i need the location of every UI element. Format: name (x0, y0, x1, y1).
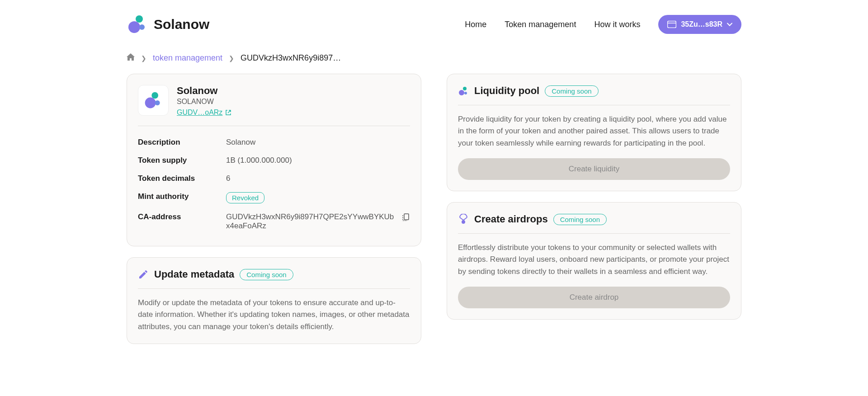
liquidity-pool-card: Liquidity pool Coming soon Provide liqui… (447, 74, 741, 191)
svg-rect-8 (404, 214, 409, 220)
update-metadata-title: Update metadata (154, 269, 234, 280)
breadcrumb: ❯ token management ❯ GUDVkzH3wxNR6y9i897… (127, 49, 741, 74)
main-nav: Home Token management How it works 35Zu…… (465, 15, 741, 34)
mint-authority-badge: Revoked (226, 192, 264, 203)
nav-token-management[interactable]: Token management (505, 20, 576, 29)
brand-name: Solanow (154, 17, 209, 32)
token-details-card: Solanow SOLANOW GUDV…oARz Description So… (127, 74, 421, 246)
svg-point-2 (139, 24, 145, 30)
svg-point-10 (459, 90, 464, 95)
svg-rect-3 (668, 21, 676, 28)
token-address-link[interactable]: GUDV…oARz (177, 108, 231, 117)
create-liquidity-button: Create liquidity (458, 158, 730, 180)
svg-point-12 (462, 221, 465, 223)
coming-soon-badge: Coming soon (240, 269, 293, 280)
external-link-icon (225, 109, 231, 116)
wallet-icon (667, 21, 676, 28)
coming-soon-badge: Coming soon (553, 214, 607, 225)
svg-point-5 (151, 92, 158, 99)
token-avatar (138, 85, 169, 116)
decimals-value: 6 (226, 174, 410, 183)
chevron-right-icon: ❯ (141, 55, 146, 62)
wallet-connect-button[interactable]: 35Zu…s83R (658, 15, 741, 34)
chevron-right-icon: ❯ (229, 55, 234, 62)
ca-address-value: GUDVkzH3wxNR6y9i897H7QPE2sYYwwBYKUbx4eaF… (226, 212, 396, 231)
logo-icon (127, 14, 148, 35)
svg-point-6 (145, 98, 156, 108)
description-label: Description (138, 138, 226, 147)
supply-label: Token supply (138, 156, 226, 165)
create-airdrops-card: Create airdrops Coming soon Effortlessly… (447, 202, 741, 320)
home-icon[interactable] (127, 53, 135, 63)
mint-authority-label: Mint authority (138, 192, 226, 203)
token-symbol: SOLANOW (177, 98, 231, 106)
chevron-down-icon (727, 23, 732, 26)
decimals-label: Token decimals (138, 174, 226, 183)
pencil-icon (138, 269, 149, 280)
coming-soon-badge: Coming soon (545, 85, 598, 97)
svg-point-9 (463, 87, 467, 90)
pool-icon (458, 85, 469, 96)
create-airdrops-desc: Effortlessly distribute your tokens to y… (458, 242, 730, 278)
description-value: Solanow (226, 138, 410, 147)
update-metadata-card: Update metadata Coming soon Modify or up… (127, 257, 421, 344)
token-name: Solanow (177, 85, 231, 97)
wallet-address-short: 35Zu…s83R (681, 20, 722, 28)
supply-value: 1B (1.000.000.000) (226, 156, 410, 165)
create-airdrops-title: Create airdrops (474, 213, 548, 225)
copy-icon[interactable] (401, 212, 410, 223)
update-metadata-desc: Modify or update the metadata of your to… (138, 297, 410, 333)
svg-point-7 (155, 100, 160, 105)
nav-home[interactable]: Home (465, 20, 486, 29)
svg-point-0 (136, 15, 143, 23)
svg-point-11 (464, 92, 467, 94)
breadcrumb-token-management[interactable]: token management (153, 53, 222, 63)
airdrop-icon (458, 214, 469, 225)
ca-address-label: CA-address (138, 212, 226, 231)
header: Solanow Home Token management How it wor… (127, 0, 741, 49)
liquidity-pool-desc: Provide liquidity for your token by crea… (458, 113, 730, 149)
breadcrumb-current: GUDVkzH3wxNR6y9i897… (241, 53, 341, 63)
svg-point-1 (128, 21, 140, 33)
brand-logo[interactable]: Solanow (127, 14, 209, 35)
create-airdrop-button: Create airdrop (458, 287, 730, 308)
liquidity-pool-title: Liquidity pool (474, 85, 539, 97)
nav-how-it-works[interactable]: How it works (594, 20, 640, 29)
